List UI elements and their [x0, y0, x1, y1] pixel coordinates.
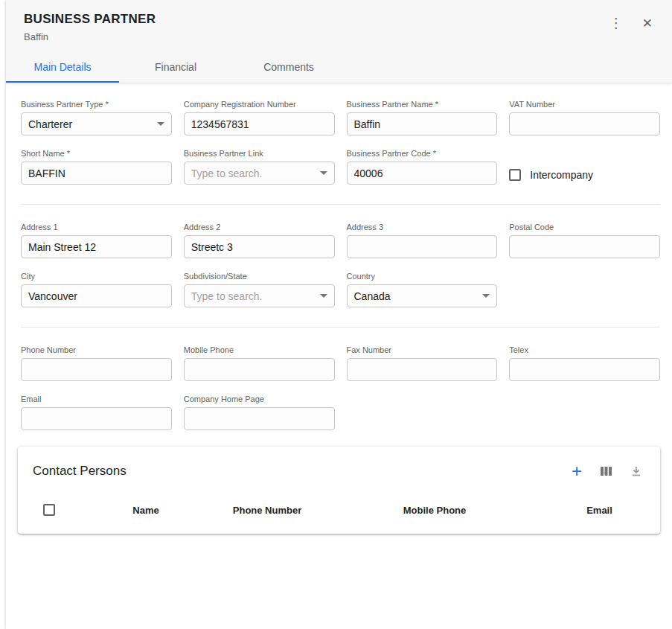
business-partner-code-input[interactable] [347, 162, 498, 185]
field-email: Email [21, 395, 172, 430]
short-name-input[interactable] [21, 162, 172, 185]
field-address-2: Address 2 [184, 223, 335, 258]
contact-persons-card: Contact Persons + [18, 447, 660, 534]
business-partner-link-select[interactable]: Type to search. [184, 162, 335, 185]
address-1-input[interactable] [21, 235, 172, 258]
subdivision-state-select[interactable]: Type to search. [184, 284, 335, 307]
more-options-icon[interactable]: ⋮ [608, 15, 624, 31]
column-header-phone-number: Phone Number [204, 505, 330, 516]
field-telex: Telex [509, 345, 660, 381]
contact-persons-table-header: Name Phone Number Mobile Phone Email [18, 491, 660, 534]
field-country: Country Canada [347, 272, 498, 307]
page-subtitle: Baffin [24, 31, 654, 42]
telex-input[interactable] [509, 358, 660, 381]
company-home-page-input[interactable] [184, 407, 335, 430]
field-company-home-page: Company Home Page [184, 395, 335, 430]
field-label: City [21, 272, 172, 281]
spacer-cell [509, 395, 660, 430]
select-placeholder: Type to search. [191, 167, 263, 179]
tab-bar: Main Details Financial Comments [6, 53, 672, 83]
field-label: Business Partner Type * [21, 100, 172, 109]
contact-persons-title: Contact Persons [33, 464, 127, 479]
title-block: BUSINESS PARTNER Baffin [6, 0, 672, 45]
field-label: Mobile Phone [184, 345, 335, 354]
fax-number-input[interactable] [347, 358, 498, 381]
identity-section: Business Partner Type * Charterer Compan… [6, 100, 672, 185]
field-label: Telex [509, 345, 660, 354]
intercompany-checkbox[interactable] [509, 169, 521, 181]
field-fax-number: Fax Number [347, 345, 498, 381]
selected-value: Canada [354, 290, 391, 302]
page-title: BUSINESS PARTNER [24, 12, 654, 27]
field-postal-code: Postal Code [509, 223, 660, 258]
tab-financial[interactable]: Financial [119, 53, 232, 83]
field-label: Short Name * [21, 149, 172, 158]
vat-number-input[interactable] [509, 112, 660, 135]
field-address-3: Address 3 [347, 223, 498, 258]
field-subdivision-state: Subdivision/State Type to search. [184, 272, 335, 307]
chevron-down-icon [157, 122, 164, 126]
city-input[interactable] [21, 284, 172, 307]
main-details-panel: Business Partner Type * Charterer Compan… [6, 83, 672, 629]
field-label: Address 3 [347, 223, 498, 232]
columns-icon[interactable] [600, 465, 612, 477]
field-mobile-phone: Mobile Phone [184, 345, 335, 381]
tab-comments[interactable]: Comments [232, 53, 345, 83]
postal-code-input[interactable] [509, 235, 660, 258]
field-label: Business Partner Link [184, 149, 335, 158]
section-divider [21, 204, 660, 205]
business-partner-dialog: BUSINESS PARTNER Baffin ⋮ ✕ Main Details… [6, 0, 672, 629]
business-partner-type-select[interactable]: Charterer [21, 112, 172, 135]
contact-persons-actions: + [572, 462, 642, 480]
field-business-partner-name: Business Partner Name * [347, 100, 498, 135]
phone-number-input[interactable] [21, 358, 172, 381]
field-label: Fax Number [347, 345, 498, 354]
column-header-email: Email [539, 505, 660, 516]
dialog-header: BUSINESS PARTNER Baffin ⋮ ✕ Main Details… [6, 0, 672, 83]
field-phone-number: Phone Number [21, 345, 172, 381]
field-label: VAT Number [509, 100, 660, 109]
spacer-cell [509, 272, 660, 307]
address-3-input[interactable] [347, 235, 498, 258]
field-intercompany: Intercompany [509, 149, 660, 185]
business-partner-name-input[interactable] [347, 112, 498, 135]
country-select[interactable]: Canada [347, 284, 498, 307]
field-business-partner-link: Business Partner Link Type to search. [184, 149, 335, 185]
tab-main-details[interactable]: Main Details [6, 53, 119, 83]
email-input[interactable] [21, 407, 172, 430]
chevron-down-icon [320, 171, 327, 175]
address-section: Address 1 Address 2 Address 3 Postal Cod… [6, 223, 672, 307]
selected-value: Charterer [28, 118, 72, 130]
field-city: City [21, 272, 172, 307]
chevron-down-icon [320, 294, 327, 298]
section-divider [21, 327, 660, 328]
field-label: Subdivision/State [184, 272, 335, 281]
field-address-1: Address 1 [21, 223, 172, 258]
field-label: Address 2 [184, 223, 335, 232]
select-placeholder: Type to search. [191, 290, 263, 302]
field-vat-number: VAT Number [509, 100, 660, 135]
field-label: Address 1 [21, 223, 172, 232]
download-icon[interactable] [630, 465, 642, 477]
contact-info-section: Phone Number Mobile Phone Fax Number Tel… [6, 345, 672, 430]
intercompany-label: Intercompany [530, 169, 593, 181]
field-label: Business Partner Code * [347, 149, 498, 158]
add-contact-person-icon[interactable]: + [572, 462, 582, 480]
close-icon[interactable]: ✕ [641, 16, 654, 31]
address-2-input[interactable] [184, 235, 335, 258]
chevron-down-icon [482, 294, 490, 298]
field-label: Country [347, 272, 498, 281]
field-label: Company Home Page [184, 395, 335, 403]
company-registration-number-input[interactable] [184, 112, 335, 135]
header-actions: ⋮ ✕ [608, 15, 654, 31]
select-all-checkbox[interactable] [43, 504, 55, 516]
field-label: Postal Code [509, 223, 660, 232]
field-label: Phone Number [21, 345, 172, 354]
field-business-partner-type: Business Partner Type * Charterer [21, 100, 172, 135]
field-label: Business Partner Name * [347, 100, 498, 109]
mobile-phone-input[interactable] [184, 358, 335, 381]
column-header-mobile-phone: Mobile Phone [330, 505, 539, 516]
field-label: Email [21, 395, 172, 403]
contact-persons-header: Contact Persons + [18, 447, 660, 491]
field-label: Company Registration Number [184, 100, 335, 109]
